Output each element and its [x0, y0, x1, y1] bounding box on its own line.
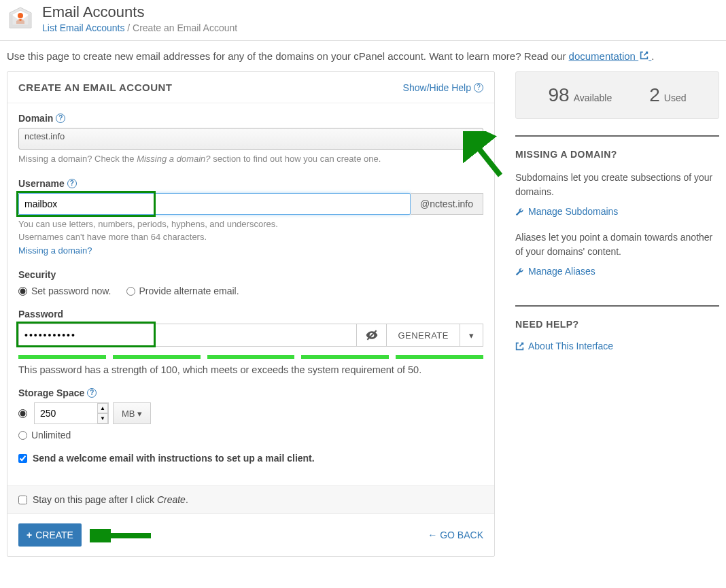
need-help-section: NEED HELP? About This Interface: [515, 305, 719, 380]
username-label: Username: [18, 178, 65, 189]
show-hide-help-link[interactable]: Show/Hide Help ?: [403, 82, 483, 93]
arrow-left-icon: ←: [428, 530, 437, 540]
page-header: Email Accounts List Email Accounts / Cre…: [0, 0, 726, 41]
about-interface-link[interactable]: About This Interface: [515, 341, 719, 351]
question-icon[interactable]: ?: [67, 179, 77, 188]
storage-unlimited-radio[interactable]: Unlimited: [18, 430, 483, 440]
storage-fixed-radio[interactable]: [18, 409, 27, 418]
domain-group: Domain ? nctest.info ▾ Missing a domain?…: [18, 113, 483, 166]
domain-select[interactable]: nctest.info: [18, 128, 483, 150]
domain-label: Domain: [18, 113, 53, 124]
storage-decrement[interactable]: ▼: [97, 413, 108, 423]
wrench-icon: [515, 207, 524, 216]
missing-domain-section: MISSING A DOMAIN? Subdomains let you cre…: [515, 135, 719, 305]
go-back-link[interactable]: ← GO BACK: [428, 530, 483, 540]
stats-box: 98 Available 2 Used: [515, 71, 719, 119]
wrench-icon: [515, 267, 524, 276]
username-group: Username ? @nctest.info You can use lett…: [18, 178, 483, 258]
security-label: Security: [18, 269, 56, 280]
welcome-email-checkbox[interactable]: Send a welcome email with instructions t…: [18, 453, 483, 464]
action-footer: + CREATE ← GO BACK: [7, 513, 494, 556]
breadcrumb-list-link[interactable]: List Email Accounts: [42, 22, 124, 33]
intro-text: Use this page to create new email addres…: [0, 41, 726, 71]
password-input[interactable]: [18, 324, 357, 347]
storage-unit-button[interactable]: MB ▾: [113, 402, 151, 424]
missing-domain-link[interactable]: Missing a domain?: [18, 245, 92, 256]
generate-button[interactable]: GENERATE: [387, 324, 460, 347]
caret-down-icon: ▾: [469, 330, 474, 341]
generate-dropdown-button[interactable]: ▾: [460, 324, 483, 347]
annotation-arrow: [90, 529, 158, 542]
storage-label: Storage Space: [18, 387, 84, 398]
strength-text: This password has a strength of 100, whi…: [18, 364, 483, 375]
question-icon: ?: [474, 83, 483, 92]
stay-on-page-checkbox[interactable]: Stay on this page after I click Create.: [18, 494, 483, 505]
security-group: Security Set password now. Provide alter…: [18, 269, 483, 296]
breadcrumb: List Email Accounts / Create an Email Ac…: [42, 22, 237, 33]
documentation-link[interactable]: documentation: [569, 50, 652, 62]
password-label: Password: [18, 309, 63, 319]
sidebar: 98 Available 2 Used MISSING A DOMAIN? Su…: [515, 71, 719, 557]
create-panel: CREATE AN EMAIL ACCOUNT Show/Hide Help ?…: [7, 71, 495, 557]
strength-meter: [18, 355, 483, 359]
set-password-radio[interactable]: Set password now.: [18, 286, 111, 296]
panel-title: CREATE AN EMAIL ACCOUNT: [18, 82, 173, 93]
password-group: Password GENERATE ▾ This password h: [18, 309, 483, 375]
used-count: 2: [649, 84, 660, 106]
external-link-icon: [515, 342, 524, 351]
manage-subdomains-link[interactable]: Manage Subdomains: [515, 206, 719, 217]
question-icon[interactable]: ?: [56, 114, 65, 123]
domain-addon: @nctest.info: [411, 193, 483, 215]
toggle-visibility-button[interactable]: [357, 324, 387, 347]
eye-off-icon: [365, 328, 379, 342]
manage-aliases-link[interactable]: Manage Aliases: [515, 266, 719, 277]
email-icon: [7, 5, 34, 32]
storage-increment[interactable]: ▲: [97, 403, 108, 413]
alternate-email-radio[interactable]: Provide alternate email.: [126, 286, 239, 296]
stay-section: Stay on this page after I click Create.: [7, 485, 494, 513]
svg-point-0: [18, 13, 23, 18]
storage-group: Storage Space ? ▲ ▼ MB ▾: [18, 387, 483, 440]
plus-icon: +: [27, 530, 32, 540]
username-input[interactable]: [18, 193, 411, 215]
page-title: Email Accounts: [42, 3, 237, 21]
external-link-icon: [640, 51, 649, 60]
available-count: 98: [549, 84, 570, 106]
question-icon[interactable]: ?: [87, 388, 97, 398]
create-button[interactable]: + CREATE: [18, 523, 82, 547]
